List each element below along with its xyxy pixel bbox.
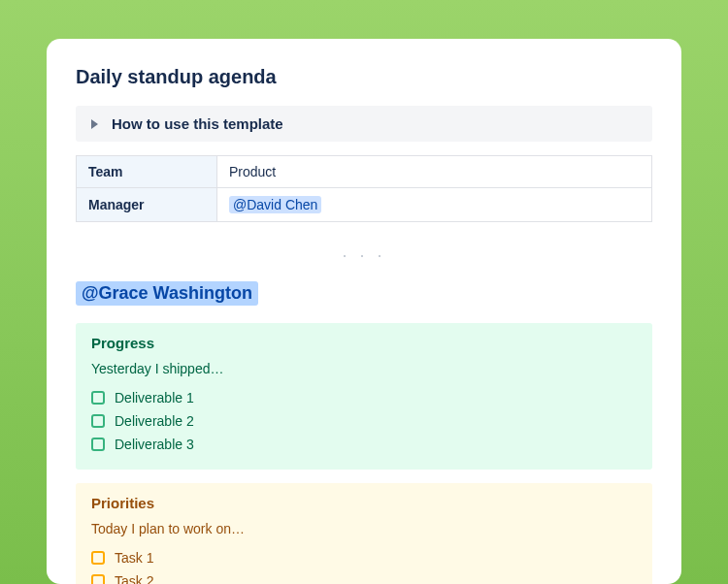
manager-mention[interactable]: @David Chen (229, 196, 321, 213)
collapsible-label: How to use this template (112, 115, 283, 132)
priorities-panel: Priorities Today I plan to work on… Task… (76, 483, 652, 584)
checklist-label[interactable]: Task 1 (115, 550, 153, 566)
progress-title: Progress (91, 335, 637, 351)
divider-dots: . . . (76, 242, 652, 262)
priorities-checklist: Task 1 Task 2 (91, 546, 637, 584)
checklist-label[interactable]: Deliverable 1 (115, 390, 194, 406)
info-table: Team Product Manager @David Chen (76, 155, 652, 222)
checklist-label[interactable]: Task 2 (115, 573, 153, 584)
manager-label-cell[interactable]: Manager (77, 188, 217, 222)
table-row: Team Product (77, 156, 652, 188)
progress-subtitle: Yesterday I shipped… (91, 361, 637, 376)
list-item: Deliverable 1 (91, 386, 637, 409)
list-item: Task 1 (91, 546, 637, 569)
checkbox-icon[interactable] (91, 414, 105, 428)
list-item: Deliverable 2 (91, 409, 637, 433)
checkbox-icon[interactable] (91, 574, 105, 584)
checklist-label[interactable]: Deliverable 3 (115, 437, 194, 452)
priorities-title: Priorities (91, 495, 637, 511)
document-card: Daily standup agenda How to use this tem… (47, 39, 681, 584)
team-label-cell[interactable]: Team (77, 156, 217, 188)
progress-checklist: Deliverable 1 Deliverable 2 Deliverable … (91, 386, 637, 456)
manager-value-cell[interactable]: @David Chen (217, 188, 652, 222)
progress-panel: Progress Yesterday I shipped… Deliverabl… (76, 323, 652, 470)
checkbox-icon[interactable] (91, 391, 105, 405)
checklist-label[interactable]: Deliverable 2 (115, 413, 194, 429)
how-to-use-collapsible[interactable]: How to use this template (76, 106, 652, 142)
checkbox-icon[interactable] (91, 438, 105, 451)
section-user-mention[interactable]: @Grace Washington (76, 281, 258, 306)
priorities-subtitle: Today I plan to work on… (91, 521, 637, 536)
checkbox-icon[interactable] (91, 551, 105, 565)
team-value-cell[interactable]: Product (217, 156, 652, 188)
table-row: Manager @David Chen (77, 188, 652, 222)
list-item: Deliverable 3 (91, 433, 637, 456)
list-item: Task 2 (91, 569, 637, 584)
page-title: Daily standup agenda (76, 66, 652, 88)
triangle-right-icon (91, 119, 98, 129)
